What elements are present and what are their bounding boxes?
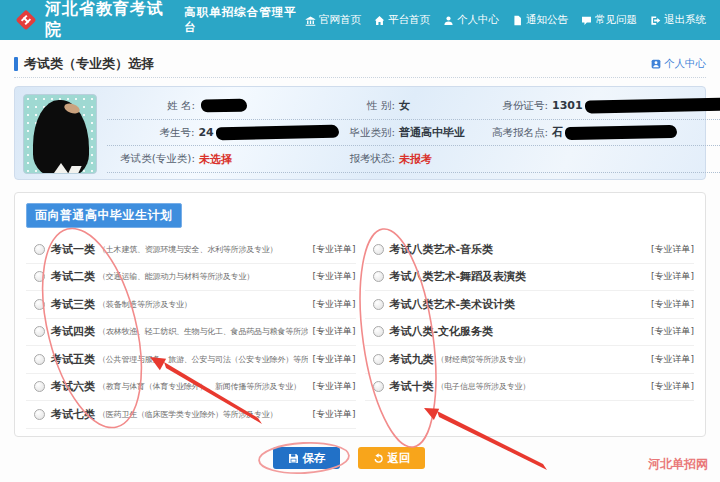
nav-item-logout[interactable]: 退出系统 xyxy=(650,13,706,27)
category-description: （装备制造等所涉及专业） xyxy=(98,299,308,310)
category-row: 考试二类（交通运输、能源动力与材料等所涉及专业）[专业详单] xyxy=(26,264,356,292)
detail-link[interactable]: [专业详单] xyxy=(651,380,694,393)
field-value: 未选择 xyxy=(199,152,232,167)
title-accent-bar xyxy=(14,57,18,71)
category-description: （医药卫生（临床医学类专业除外）等所涉及专业） xyxy=(98,409,308,420)
category-row: 考试四类（农林牧渔、轻工纺织、生物与化工、食品药品与粮食等所涉及专业）[专业详单… xyxy=(26,319,356,347)
brand-title: 河北省教育考试院 xyxy=(45,0,176,41)
category-row: 考试十类（电子信息等所涉及专业）[专业详单] xyxy=(365,374,695,402)
category-radio-left-2[interactable] xyxy=(34,271,45,282)
profile-field: 毕业类别:普通高中毕业 xyxy=(339,125,486,140)
back-button[interactable]: 返回 xyxy=(358,447,425,469)
category-radio-left-6[interactable] xyxy=(34,381,45,392)
category-description: （交通运输、能源动力与材料等所涉及专业） xyxy=(98,271,308,282)
detail-link[interactable]: [专业详单] xyxy=(651,270,694,283)
category-radio-right-6[interactable] xyxy=(373,381,384,392)
category-name: 考试三类 xyxy=(51,297,95,312)
detail-link[interactable]: [专业详单] xyxy=(312,380,355,393)
page-title-bar: 考试类（专业类）选择 个人中心 xyxy=(14,50,706,78)
plan-section-label: 面向普通高中毕业生计划 xyxy=(26,203,182,228)
category-list-right: 考试八类艺术-音乐类[专业详单]考试八类艺术-舞蹈及表演类[专业详单]考试八类艺… xyxy=(365,236,695,429)
faq-icon xyxy=(581,15,592,26)
category-row: 考试一类（土木建筑、资源环境与安全、水利等所涉及专业）[专业详单] xyxy=(26,236,356,264)
notice-icon xyxy=(512,15,523,26)
field-value: 未报考 xyxy=(399,152,432,167)
save-icon xyxy=(288,453,299,464)
profile-field: 姓 名: xyxy=(107,99,339,113)
category-name: 考试九类 xyxy=(390,352,434,367)
user-center-icon xyxy=(443,15,454,26)
category-name: 考试五类 xyxy=(51,352,95,367)
site-home-icon xyxy=(305,15,316,26)
redaction-mark xyxy=(585,98,720,114)
category-row: 考试九类（财经商贸等所涉及专业）[专业详单] xyxy=(365,346,695,374)
logout-icon xyxy=(650,15,661,26)
detail-link[interactable]: [专业详单] xyxy=(312,243,355,256)
detail-link[interactable]: [专业详单] xyxy=(312,353,355,366)
field-value: 1301 xyxy=(552,99,583,112)
brand-diamond-logo-icon xyxy=(14,8,38,32)
category-name: 考试一类 xyxy=(51,242,95,257)
field-label: 考试类(专业类): xyxy=(107,152,195,166)
category-name: 考试八类艺术-音乐类 xyxy=(390,242,494,257)
category-name: 考试十类 xyxy=(390,379,434,394)
field-label: 报考状态: xyxy=(339,152,395,166)
category-radio-right-5[interactable] xyxy=(373,354,384,365)
category-radio-left-1[interactable] xyxy=(34,244,45,255)
site-watermark: 河北单招网 xyxy=(648,456,708,473)
save-button[interactable]: 保存 xyxy=(273,447,340,469)
category-radio-right-1[interactable] xyxy=(373,244,384,255)
detail-link[interactable]: [专业详单] xyxy=(651,353,694,366)
category-radio-right-3[interactable] xyxy=(373,299,384,310)
category-name: 考试八类艺术-舞蹈及表演类 xyxy=(390,269,527,284)
category-name: 考试八类-文化服务类 xyxy=(390,324,494,339)
profile-field: 报考状态:未报考 xyxy=(339,152,486,167)
category-name: 考试六类 xyxy=(51,379,95,394)
category-radio-left-5[interactable] xyxy=(34,354,45,365)
nav-item-site-home[interactable]: 官网首页 xyxy=(305,13,361,27)
profile-field: 考试类(专业类):未选择 xyxy=(107,152,339,167)
detail-link[interactable]: [专业详单] xyxy=(312,298,355,311)
detail-link[interactable]: [专业详单] xyxy=(312,270,355,283)
category-radio-left-7[interactable] xyxy=(34,409,45,420)
category-description: （土木建筑、资源环境与安全、水利等所涉及专业） xyxy=(98,244,308,255)
category-description: （电子信息等所涉及专业） xyxy=(437,381,647,392)
profile-field: 性 别:女 xyxy=(339,98,486,113)
top-nav: 官网首页平台首页个人中心通知公告常见问题退出系统 xyxy=(305,13,706,27)
nav-item-faq[interactable]: 常见问题 xyxy=(581,13,637,27)
exam-category-panel: 面向普通高中毕业生计划 考试一类（土木建筑、资源环境与安全、水利等所涉及专业）[… xyxy=(14,192,706,437)
nav-item-user-center[interactable]: 个人中心 xyxy=(443,13,499,27)
category-radio-right-4[interactable] xyxy=(373,326,384,337)
category-row: 考试七类（医药卫生（临床医学类专业除外）等所涉及专业）[专业详单] xyxy=(26,401,356,429)
redaction-mark xyxy=(565,125,677,140)
redaction-mark xyxy=(201,99,247,113)
category-row: 考试八类艺术-舞蹈及表演类[专业详单] xyxy=(365,264,695,292)
nav-item-notice[interactable]: 通知公告 xyxy=(512,13,568,27)
redaction-mark xyxy=(216,125,339,141)
field-label: 身份证号: xyxy=(486,99,548,113)
candidate-info-panel: 姓 名:性 别:女身份证号:1301考生号:24毕业类别:普通高中毕业高考报名点… xyxy=(14,86,706,180)
detail-link[interactable]: [专业详单] xyxy=(312,408,355,421)
detail-link[interactable]: [专业详单] xyxy=(312,325,355,338)
nav-item-platform-home[interactable]: 平台首页 xyxy=(374,13,430,27)
detail-link[interactable]: [专业详单] xyxy=(651,325,694,338)
profile-field: 身份证号:1301 xyxy=(486,99,720,113)
brand-subtitle: 高职单招综合管理平台 xyxy=(184,5,305,35)
category-description: （财经商贸等所涉及专业） xyxy=(437,354,647,365)
detail-link[interactable]: [专业详单] xyxy=(651,243,694,256)
category-radio-left-3[interactable] xyxy=(34,299,45,310)
candidate-photo xyxy=(23,94,97,174)
field-value: 石 xyxy=(552,125,563,140)
detail-link[interactable]: [专业详单] xyxy=(651,298,694,311)
user-center-link[interactable]: 个人中心 xyxy=(651,57,706,71)
field-value: 普通高中毕业 xyxy=(399,125,465,140)
category-radio-left-4[interactable] xyxy=(34,326,45,337)
top-header: 河北省教育考试院 高职单招综合管理平台 官网首页平台首页个人中心通知公告常见问题… xyxy=(0,0,720,40)
undo-icon xyxy=(373,453,384,464)
field-label: 性 别: xyxy=(339,99,395,113)
platform-home-icon xyxy=(374,15,385,26)
category-radio-right-2[interactable] xyxy=(373,271,384,282)
page-title: 考试类（专业类）选择 xyxy=(24,55,154,73)
category-row: 考试三类（装备制造等所涉及专业）[专业详单] xyxy=(26,291,356,319)
category-name: 考试二类 xyxy=(51,269,95,284)
